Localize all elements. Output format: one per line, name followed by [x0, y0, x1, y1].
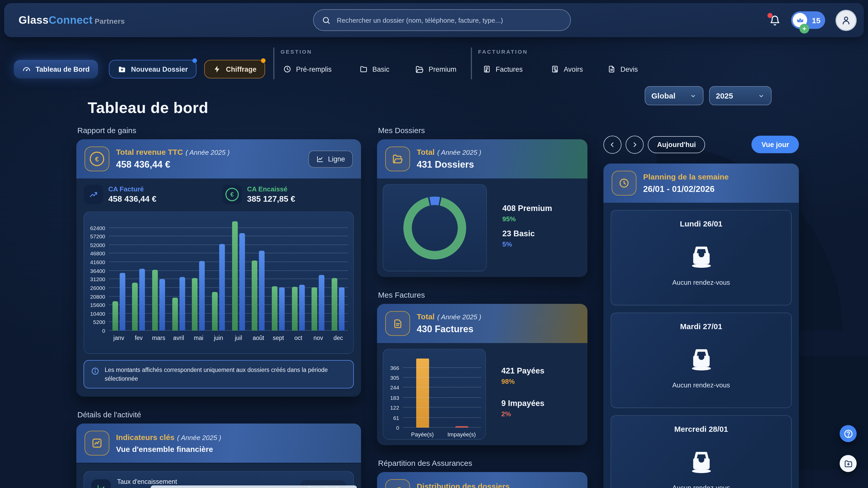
bar-CA Encaissé: [152, 270, 158, 331]
plus-icon[interactable]: +: [799, 24, 809, 33]
euro-circle-icon: €: [85, 147, 109, 171]
brand-part-partners: Partners: [95, 17, 125, 25]
stat-value: 385 127,85 €: [247, 194, 295, 204]
planning-card-header: Planning de la semaine 26/01 - 01/02/202…: [603, 163, 799, 203]
bar-CA Encaissé: [232, 221, 238, 331]
nav-divider: [273, 48, 274, 80]
search-bar[interactable]: [313, 9, 571, 31]
nav-item-avoirs[interactable]: Avoirs: [551, 60, 583, 79]
nav-item-factures[interactable]: Factures: [483, 60, 523, 79]
tab-label: Nouveau Dossier: [131, 65, 188, 73]
chevron-right-icon: [631, 141, 639, 148]
revenue-chart-y-axis: 0520010400156002080026000312003640041600…: [87, 219, 109, 331]
legend-basic-label: 23 Basic: [502, 229, 552, 238]
legend-premium-label: 408 Premium: [502, 204, 552, 213]
folder-open-icon: [415, 65, 424, 73]
stat-ca-facture: CA Facturé 458 436,44 €: [84, 185, 215, 204]
clock-icon: [612, 171, 637, 195]
gains-note-text: Les montants affichés correspondent uniq…: [105, 366, 347, 383]
bar-CA Facturé: [339, 287, 344, 331]
bar-CA Encaissé: [252, 261, 258, 331]
stat-label: CA Facturé: [108, 185, 157, 193]
revenue-chart-x-axis: janvfevmarsavrilmaijuinjuilaoûtseptoctno…: [109, 331, 348, 341]
bar-CA Facturé: [319, 275, 325, 331]
tab-nouveau-dossier[interactable]: Nouveau Dossier: [109, 60, 197, 79]
bar-group-janv: [113, 273, 125, 331]
day-title: Mercredi 28/01: [674, 425, 728, 433]
credits-button[interactable]: 15 +: [791, 11, 825, 29]
brand-part-glass: Glass: [19, 14, 49, 26]
factures-chart-x-axis: Payée(s)Impayée(s): [403, 428, 481, 437]
notification-dot: [768, 13, 773, 18]
bar-CA Encaissé: [113, 301, 118, 331]
bar-group-nov: [312, 275, 325, 331]
folder-open-icon: [385, 147, 410, 171]
scope-filter-dropdown[interactable]: Global: [645, 86, 704, 105]
bar-group-avril: [172, 277, 185, 331]
chevron-down-icon: [757, 92, 765, 99]
no-appointment-label: Aucun rendez-vous: [672, 484, 730, 488]
tab-tableau-de-bord[interactable]: Tableau de Bord: [14, 60, 98, 79]
nav-item-basic[interactable]: Basic: [360, 60, 390, 79]
dashboard-page: GlassConnectPartners 15 +: [0, 0, 868, 488]
bar-CA Facturé: [259, 251, 265, 331]
next-week-button[interactable]: [626, 135, 644, 153]
dossiers-period: ( Année 2025 ): [437, 149, 481, 156]
stat-label: CA Encaissé: [247, 185, 295, 193]
clipped-bottom-panel: [151, 485, 357, 488]
factures-card-header: Total( Année 2025 ) 430 Factures: [377, 304, 587, 343]
dossiers-card: Total( Année 2025 ) 431 Dossiers 408 Pre…: [377, 139, 587, 277]
chart-mode-toggle-button[interactable]: Ligne: [308, 150, 353, 167]
assurances-title: Distribution des dossiers: [417, 482, 509, 488]
gains-note: Les montants affichés correspondent uniq…: [84, 360, 354, 389]
bar-CA Facturé: [299, 285, 305, 331]
new-folder-button[interactable]: [840, 455, 857, 472]
folder-plus-icon: [843, 459, 853, 468]
nav-item-label: Avoirs: [564, 65, 583, 73]
no-appointment-label: Aucun rendez-vous: [672, 381, 730, 389]
bar-group-dec: [332, 278, 344, 331]
year-filter-dropdown[interactable]: 2025: [709, 86, 772, 105]
prev-week-button[interactable]: [603, 135, 621, 153]
tab-label: Chiffrage: [226, 65, 256, 73]
nav-item-pre-remplis[interactable]: Pré-remplis: [283, 60, 332, 79]
revenue-bar-chart: 0520010400156002080026000312003640041600…: [84, 212, 354, 354]
notifications-button[interactable]: [769, 14, 781, 26]
tab-chiffrage[interactable]: Chiffrage: [204, 60, 265, 79]
stat-ca-encaisse: € CA Encaissé 385 127,85 €: [222, 185, 354, 204]
search-input[interactable]: [336, 16, 562, 25]
line-chart-icon: [316, 155, 324, 163]
nav-item-premium[interactable]: Premium: [415, 60, 457, 79]
notification-dot: [261, 58, 266, 63]
invoice-icon: [483, 65, 491, 73]
help-button[interactable]: [840, 425, 857, 442]
activity-card-header: Indicateurs clés( Année 2025 ) Vue d'ens…: [76, 424, 361, 464]
section-title-mes-factures: Mes Factures: [378, 291, 587, 299]
brand-logo: GlassConnectPartners: [19, 14, 125, 26]
nav-item-label: Pré-remplis: [296, 65, 332, 73]
section-title-repartition-assurances: Répartition des Assurances: [378, 459, 587, 467]
factures-chart-y-axis: 061122183244305366: [385, 356, 403, 428]
view-day-button[interactable]: Vue jour: [752, 136, 799, 153]
nav-item-label: Devis: [620, 65, 638, 73]
gains-period: ( Année 2025 ): [186, 149, 230, 156]
inbox-icon: [686, 239, 716, 271]
bar-CA Facturé: [199, 261, 205, 331]
bar-CA Encaissé: [172, 298, 178, 331]
bar-CA Encaissé: [212, 292, 218, 331]
legend-impayees-pct: 2%: [501, 410, 545, 418]
activity-subtitle: Vue d'ensemble financière: [116, 445, 221, 454]
euro-circle-icon: €: [222, 185, 242, 204]
search-icon: [322, 16, 331, 25]
nav-item-devis[interactable]: Devis: [608, 60, 638, 79]
section-title-details-activite: Détails de l'activité: [78, 410, 361, 419]
today-button[interactable]: Aujourd'hui: [648, 136, 705, 153]
file-text-icon: [385, 311, 410, 336]
legend-impayees-label: 9 Impayées: [501, 399, 545, 408]
legend-premium-pct: 95%: [502, 215, 552, 222]
activity-card: Indicateurs clés( Année 2025 ) Vue d'ens…: [76, 424, 361, 488]
dossiers-donut-chart: [383, 184, 487, 271]
day-title: Lundi 26/01: [680, 219, 722, 228]
profile-button[interactable]: [836, 9, 857, 31]
top-header-bar: GlassConnectPartners 15 +: [4, 3, 864, 37]
